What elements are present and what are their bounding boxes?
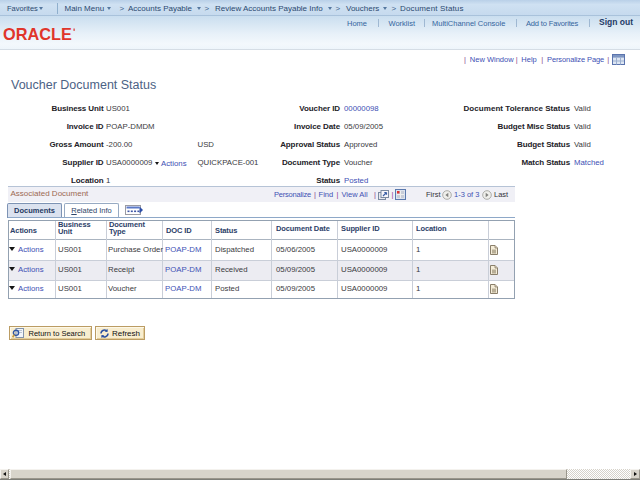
svg-text:ORACLE: ORACLE	[3, 27, 72, 41]
